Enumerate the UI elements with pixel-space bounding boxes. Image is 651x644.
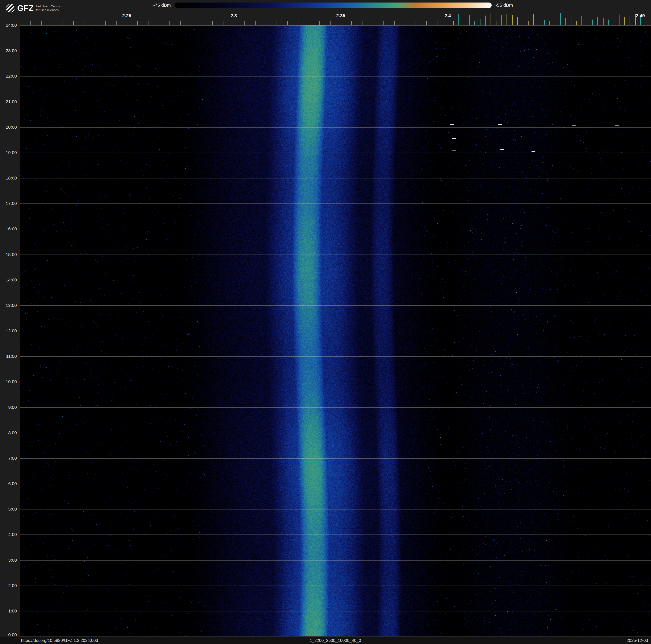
time-tick-label: 21:00 [6,99,17,104]
channel-activity-tick [587,17,587,25]
gfz-logo: GFZ Helmholtz Centre for Geosciences [5,3,60,13]
date-label: 2025-12-03 [627,638,648,643]
freq-major-tick [20,19,20,25]
channel-activity-tick [555,16,555,25]
freq-minor-tick [266,21,266,25]
channel-activity-tick [491,13,491,25]
colorbar-min-label: -75 dBm [153,2,171,8]
time-tick-label: 3:00 [8,558,17,563]
freq-minor-tick [405,21,405,25]
channel-activity-tick [619,14,620,25]
freq-minor-tick [394,21,395,25]
time-tick-label: 16:00 [6,226,17,231]
freq-minor-tick [84,21,85,25]
channel-activity-tick [565,18,566,25]
channel-activity-tick [603,18,603,25]
time-tick-label: 15:00 [6,252,17,257]
freq-minor-tick [319,21,320,25]
channel-activity-tick [517,17,518,25]
freq-minor-tick [373,21,373,25]
channel-activity-tick [614,14,614,25]
channel-activity-tick [582,16,582,25]
time-tick-label: 24:00 [6,23,17,28]
gfz-logo-icon [5,3,15,13]
channel-activity-tick [453,21,454,25]
channel-activity-tick [533,14,534,25]
channel-activity-tick [485,16,486,25]
freq-minor-tick [426,21,427,25]
channel-activity-tick [608,20,609,25]
freq-minor-tick [73,21,74,25]
logo-subtitle-line1: Helmholtz Centre [36,4,60,8]
freq-minor-tick [30,21,31,25]
channel-activity-tick [539,16,539,25]
colorbar-gradient [175,2,492,8]
time-tick-label: 12:00 [6,328,17,333]
channel-activity-tick [592,20,593,25]
channel-activity-tick [549,21,550,25]
freq-minor-tick [63,21,63,25]
freq-minor-tick [277,21,277,25]
time-tick-label: 19:00 [6,150,17,155]
channel-activity-tick [501,16,502,25]
frequency-ruler [20,12,651,25]
channel-activity-tick [506,14,507,25]
channel-activity-tick [512,15,513,25]
freq-minor-tick [287,21,288,25]
spectrogram-canvas[interactable] [20,25,651,637]
channel-activity-tick [448,17,448,25]
colorbar-scale: -75 dBm -55 dBm [153,2,513,8]
time-tick-label: 0:00 [8,632,17,637]
freq-minor-tick [362,21,363,25]
channel-activity-tick [576,21,577,25]
freq-minor-tick [383,21,384,25]
freq-minor-tick [202,21,202,25]
freq-minor-tick [159,21,159,25]
time-tick-label: 8:00 [8,430,17,435]
freq-minor-tick [437,21,437,25]
time-tick-label: 13:00 [6,303,17,308]
freq-minor-tick [116,21,117,25]
time-tick-label: 6:00 [8,481,17,486]
freq-minor-tick [351,21,352,25]
logo-subtitle: Helmholtz Centre for Geosciences [36,4,60,12]
time-tick-label: 2:00 [8,583,17,588]
time-tick-label: 5:00 [8,506,17,511]
freq-minor-tick [223,21,223,25]
time-tick-label: 10:00 [6,379,17,384]
colorbar-max-label: -55 dBm [495,2,513,8]
time-tick-label: 20:00 [6,125,17,130]
channel-activity-tick [640,17,641,25]
freq-minor-tick [148,21,149,25]
freq-minor-tick [255,21,255,25]
channel-activity-tick [629,16,630,25]
channel-activity-tick [459,14,459,25]
time-axis: 24:0023:0022:0021:0020:0019:0018:0017:00… [0,25,19,637]
channel-activity-tick [544,20,545,25]
freq-minor-tick [298,21,299,25]
channel-activity-tick [597,17,598,25]
channel-activity-tick [560,13,561,25]
channel-activity-tick [496,21,496,25]
freq-minor-tick [415,21,416,25]
channel-activity-tick [624,17,625,25]
freq-minor-tick [137,21,138,25]
channel-activity-tick [571,15,571,25]
channel-activity-tick [646,19,646,25]
freq-major-tick [127,19,127,25]
time-tick-label: 22:00 [6,74,17,79]
time-tick-label: 17:00 [6,201,17,206]
time-tick-label: 7:00 [8,456,17,461]
time-tick-label: 4:00 [8,532,17,537]
freq-minor-tick [52,21,52,25]
time-tick-label: 11:00 [6,354,17,359]
channel-activity-tick [523,17,523,25]
freq-minor-tick [244,21,245,25]
freq-minor-tick [330,21,331,25]
freq-minor-tick [169,21,170,25]
freq-major-tick [341,19,341,25]
footer-bar: https://doi.org/10.5880/GFZ.1.2.2024.003… [0,637,651,644]
channel-activity-tick [635,14,636,25]
filename-label: 1_2200_2500_10000_40_0 [20,638,651,643]
channel-activity-tick [469,15,470,25]
